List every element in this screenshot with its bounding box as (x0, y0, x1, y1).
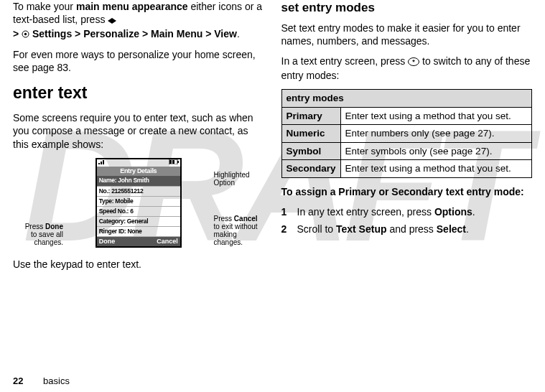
step1-a: In any text entry screen, press (297, 206, 434, 218)
step-1: 1 In any text entry screen, press Option… (281, 205, 533, 218)
table-row: Symbol Enter symbols only (see page 27). (281, 142, 532, 160)
breadcrumb-gt-3: > (142, 28, 148, 39)
intro-bold: main menu appearance (76, 1, 188, 12)
left-column: To make your main menu appearance either… (13, 0, 273, 386)
steps-list: 1 In any text entry screen, press Option… (281, 205, 533, 235)
svg-rect-5 (103, 160, 104, 164)
use-keypad-note: Use the keypad to enter text. (13, 258, 264, 271)
table-row: Secondary Enter text using a method that… (281, 160, 532, 178)
phone-row-no: No.: 2125551212 (97, 187, 180, 197)
step2-c: . (466, 223, 469, 235)
assign-heading: To assign a Primary or Secondary text en… (281, 185, 533, 198)
breadcrumb-settings: Settings (32, 28, 72, 39)
personalize-note: For even more ways to personalize your h… (13, 48, 264, 74)
set-entry-modes-heading: set entry modes (281, 0, 533, 16)
nav-key-icon (108, 14, 116, 27)
breadcrumb-personalize: Personalize (83, 28, 139, 39)
svg-rect-4 (101, 162, 102, 164)
intro-text-a: To make your (13, 1, 76, 12)
main-menu-intro: To make your main menu appearance either… (13, 0, 264, 41)
star-key-icon: * (408, 56, 419, 69)
phone-title: Entry Details (97, 167, 180, 177)
svg-rect-3 (98, 163, 100, 164)
phone-screen: Entry Details Name: John Smith No.: 2125… (96, 158, 182, 248)
callout-done-a: Press (25, 223, 45, 230)
breadcrumb-gt-2: > (75, 28, 80, 39)
enter-text-body: Some screens require you to enter text, … (13, 111, 264, 151)
step1-c: . (472, 206, 475, 218)
mode-label: Primary (281, 107, 340, 125)
phone-status-bar (97, 159, 180, 167)
svg-rect-9 (177, 161, 179, 163)
table-row: Primary Enter text using a method that y… (281, 107, 532, 125)
svg-marker-0 (108, 18, 116, 24)
body2-a: In a text entry screen, press (281, 55, 409, 67)
step2-select: Select (437, 223, 466, 235)
table-header: entry modes (281, 90, 532, 108)
set-entry-modes-body1: Set text entry modes to make it easier f… (281, 22, 533, 47)
mode-desc: Enter symbols only (see page 27). (340, 142, 531, 160)
table-row: Numeric Enter numbers only (see page 27)… (281, 125, 532, 143)
softkey-cancel: Cancel (157, 238, 178, 246)
step-num: 2 (281, 223, 297, 235)
entry-modes-table: entry modes Primary Enter text using a m… (281, 89, 533, 178)
step-text: In any text entry screen, press Options. (297, 205, 475, 218)
step-2: 2 Scroll to Text Setup and press Select. (281, 223, 533, 235)
softkey-done: Done (99, 238, 116, 246)
signal-icon (98, 159, 106, 167)
svg-point-2 (24, 33, 27, 35)
phone-figure: Press Done to save all changes. Entry De… (13, 158, 264, 248)
gear-icon (22, 28, 29, 41)
phone-row-type: Type: Mobile (97, 197, 180, 207)
step-num: 1 (281, 205, 297, 218)
step2-mid: and press (387, 223, 437, 235)
phone-row-category: Category: General (97, 217, 180, 227)
breadcrumb-view: View (214, 28, 237, 39)
page-footer: 22 basics (13, 375, 70, 388)
mode-desc: Enter text using a method that you set. (340, 160, 531, 178)
step1-options: Options (434, 206, 472, 218)
phone-row-ringer: Ringer ID: None (97, 227, 180, 237)
section-name: basics (43, 375, 70, 386)
enter-text-heading: enter text (13, 83, 264, 104)
mode-label: Numeric (281, 125, 340, 143)
svg-text:*: * (412, 58, 415, 65)
breadcrumb-gt-1: > (13, 28, 19, 39)
callout-cancel-b: to exit without making changes. (214, 223, 258, 246)
breadcrumb-mainmenu: Main Menu (151, 28, 202, 39)
mode-desc: Enter numbers only (see page 27). (340, 125, 531, 143)
svg-rect-7 (169, 160, 172, 164)
callout-cancel-bold: Cancel (234, 215, 258, 223)
step2-a: Scroll to (297, 223, 336, 235)
svg-rect-8 (172, 160, 174, 164)
callout-cancel: Press Cancel to exit without making chan… (214, 215, 263, 246)
callout-done: Press Done to save all changes. (14, 223, 63, 246)
step2-textsetup: Text Setup (336, 223, 387, 235)
set-entry-modes-body2: In a text entry screen, press * to switc… (281, 55, 533, 82)
battery-icon (169, 159, 179, 167)
step-text: Scroll to Text Setup and press Select. (297, 223, 469, 235)
breadcrumb-gt-4: > (205, 28, 211, 39)
phone-softkeys: Done Cancel (97, 237, 180, 247)
right-column: set entry modes Set text entry modes to … (273, 0, 533, 386)
phone-row-speed: Speed No.: 6 (97, 207, 180, 217)
phone-row-name: Name: John Smith (97, 176, 180, 186)
page: To make your main menu appearance either… (0, 0, 545, 392)
callout-done-b: to save all changes. (31, 230, 63, 246)
callout-done-bold: Done (45, 223, 63, 230)
mode-label: Symbol (281, 142, 340, 160)
callout-cancel-a: Press (214, 215, 234, 223)
mode-label: Secondary (281, 160, 340, 178)
callout-highlighted: Highlighted Option (214, 171, 263, 187)
mode-desc: Enter text using a method that you set. (340, 107, 531, 125)
page-number: 22 (13, 375, 23, 386)
